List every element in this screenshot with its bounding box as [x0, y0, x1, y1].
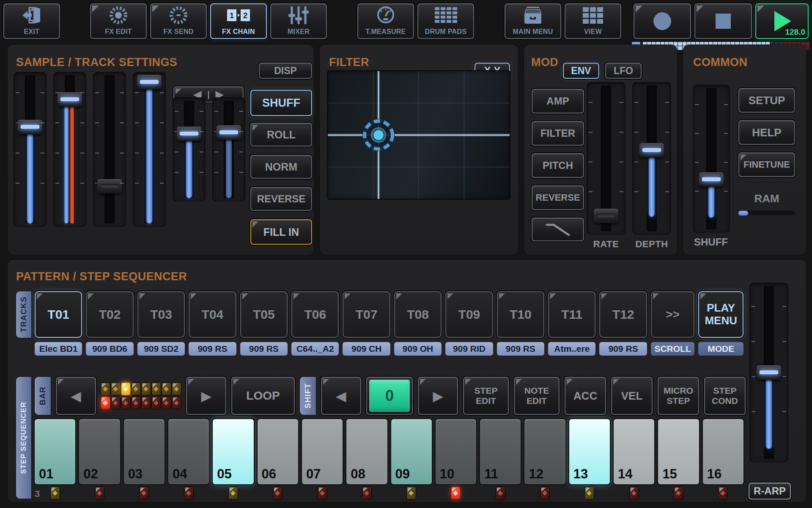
step-pad-03[interactable]: 03 — [124, 419, 165, 484]
track-button-t12[interactable]: T12 — [599, 291, 647, 338]
slider-speed[interactable] — [212, 97, 245, 202]
main-menu-button[interactable]: MAIN MENU — [505, 3, 561, 39]
acc-button[interactable]: ACC — [565, 377, 606, 415]
slider-handle[interactable] — [97, 179, 122, 193]
t-measure-button[interactable]: T.MEASURE — [357, 3, 414, 39]
tracks-scroll-button[interactable]: >> — [651, 291, 694, 338]
track-button-t11[interactable]: T11 — [548, 291, 595, 338]
fx-edit-button[interactable]: FX EDIT — [90, 3, 147, 39]
norm-button[interactable]: NORM — [250, 155, 312, 179]
shift-value-display[interactable]: 0 — [366, 377, 413, 415]
tracks-tab: TRACKS — [16, 291, 31, 338]
track-button-t03[interactable]: T03 — [137, 291, 185, 338]
step-pad-12[interactable]: 12 — [524, 419, 565, 484]
step-pad-07[interactable]: 07 — [302, 419, 343, 484]
shift-next-button[interactable]: ▶ — [418, 377, 458, 415]
step-pad-11[interactable]: 11 — [480, 419, 521, 484]
common-shuff-slider[interactable] — [693, 85, 730, 233]
roll-button[interactable]: ROLL — [250, 123, 312, 146]
note-edit-button[interactable]: NOTE EDIT — [514, 377, 560, 415]
track-button-t10[interactable]: T10 — [497, 291, 544, 338]
track-name-badge: 909 CH — [343, 342, 390, 356]
step-edit-button[interactable]: STEP EDIT — [463, 377, 509, 415]
slider-handle[interactable] — [757, 365, 781, 380]
slider-handle[interactable] — [58, 92, 82, 107]
pattern-level-slider[interactable] — [749, 283, 788, 462]
track-button-t05[interactable]: T05 — [240, 291, 288, 338]
track-column: T11Atm..ere — [548, 291, 595, 356]
step-pad-13[interactable]: 13 — [569, 419, 610, 484]
track-button-t06[interactable]: T06 — [291, 291, 339, 338]
step-pad-06[interactable]: 06 — [258, 419, 298, 484]
record-button[interactable] — [634, 3, 691, 39]
track-button-t09[interactable]: T09 — [445, 291, 493, 338]
help-button[interactable]: HELP — [738, 120, 795, 145]
slider-leng[interactable] — [133, 72, 166, 227]
finetune-button[interactable]: FINETUNE — [738, 152, 795, 177]
mod-reverse-button[interactable]: REVERSE — [532, 185, 584, 210]
slider-handle[interactable] — [18, 120, 42, 134]
track-button-t07[interactable]: T07 — [343, 291, 390, 338]
shuff-mode-button[interactable]: SHUFF — [250, 90, 312, 116]
mod-amp-button[interactable]: AMP — [532, 89, 584, 113]
fx-chain-button[interactable]: 1 2 FX CHAIN — [210, 3, 267, 39]
slider-rate[interactable] — [587, 82, 625, 235]
step-pad-04[interactable]: 04 — [168, 419, 209, 484]
slider-handle[interactable] — [699, 172, 724, 187]
slider-handle[interactable] — [217, 125, 241, 140]
reverse-button[interactable]: REVERSE — [250, 187, 312, 211]
step-pad-16[interactable]: 16 — [703, 419, 743, 484]
bar-prev-button[interactable]: ◀ — [56, 377, 96, 415]
step-pad-08[interactable]: 08 — [346, 419, 387, 484]
shift-prev-button[interactable]: ◀ — [321, 377, 361, 415]
slider-pan[interactable] — [14, 72, 47, 227]
filter-xy-pad[interactable] — [328, 71, 510, 199]
slider-handle[interactable] — [137, 75, 162, 89]
exit-button[interactable]: EXIT — [3, 3, 60, 39]
track-button-t01[interactable]: T01 — [35, 291, 82, 338]
step-pad-10[interactable]: 10 — [436, 419, 476, 484]
slider-handle[interactable] — [594, 209, 618, 223]
slider-handle[interactable] — [177, 127, 201, 141]
step-pad-02[interactable]: 02 — [79, 419, 120, 484]
vel-button[interactable]: VEL — [611, 377, 653, 415]
r-arp-button[interactable]: R-ARP — [749, 483, 791, 500]
track-button-t04[interactable]: T04 — [189, 291, 236, 338]
slider-fill — [708, 185, 714, 218]
track-button-t02[interactable]: T02 — [86, 291, 133, 338]
slider-column-pan: PAN — [14, 70, 47, 274]
step-cond-button[interactable]: STEP COND — [704, 377, 746, 415]
slider-pitch[interactable] — [173, 97, 206, 202]
track-button-t08[interactable]: T08 — [394, 291, 442, 338]
bar-next-button[interactable]: ▶ — [186, 377, 226, 415]
slider-start[interactable] — [93, 72, 126, 227]
play-button[interactable]: 128.0 — [755, 3, 809, 39]
drum-pads-button[interactable]: DRUM PADS — [417, 3, 474, 39]
loop-button[interactable]: LOOP — [231, 377, 295, 415]
slider-depth[interactable] — [632, 82, 671, 235]
disp-button[interactable]: DISP — [259, 63, 312, 79]
slider-handle[interactable] — [639, 143, 664, 157]
fill-in-button[interactable]: FILL IN — [250, 219, 312, 245]
micro-step-button[interactable]: MICRO STEP — [658, 377, 699, 415]
slider-handle-glow — [219, 130, 238, 134]
step-pad-14[interactable]: 14 — [614, 419, 654, 484]
play-menu-button[interactable]: PLAYMENU — [698, 291, 743, 338]
step-pad-01[interactable]: 01 — [35, 419, 75, 484]
mod-decay-curve-button[interactable] — [532, 218, 584, 241]
step-number: 13 — [573, 467, 588, 482]
stop-button[interactable] — [694, 3, 752, 39]
setup-button[interactable]: SETUP — [738, 88, 795, 113]
slider-level[interactable] — [53, 72, 86, 227]
lfo-tab-button[interactable]: LFO — [605, 63, 642, 79]
step-pad-09[interactable]: 09 — [391, 419, 432, 484]
bar-led-indicator — [132, 397, 140, 409]
mod-pitch-button[interactable]: PITCH — [532, 153, 584, 178]
step-pad-05[interactable]: 05 — [213, 419, 253, 484]
env-tab-button[interactable]: ENV — [563, 63, 599, 79]
view-button[interactable]: VIEW — [565, 3, 621, 39]
fx-send-button[interactable]: FX SEND — [150, 3, 207, 39]
mixer-button[interactable]: MIXER — [270, 3, 327, 39]
step-pad-15[interactable]: 15 — [658, 419, 699, 484]
mod-filter-button[interactable]: FILTER — [532, 121, 584, 146]
